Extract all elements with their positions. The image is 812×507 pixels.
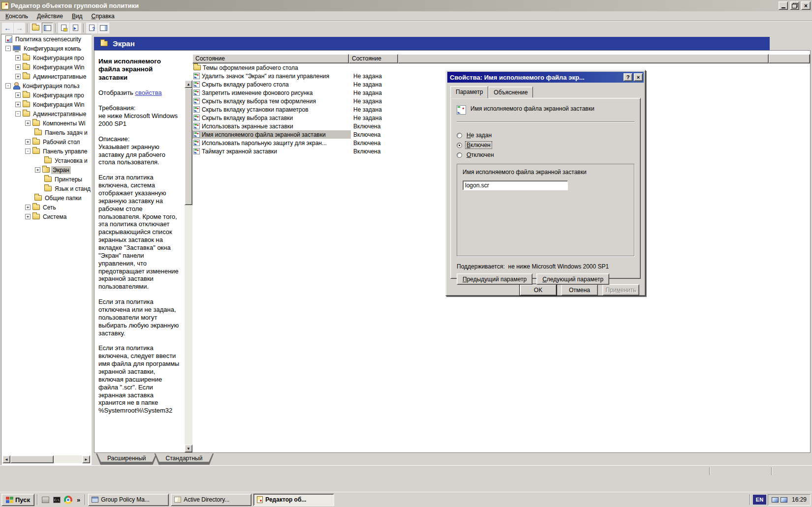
- task-button[interactable]: Group Policy Ma...: [88, 494, 169, 506]
- dialog-close-button[interactable]: ×: [634, 73, 643, 81]
- description-vertical-scrollbar[interactable]: ▲ ▼: [185, 80, 192, 452]
- chrome-shortcut[interactable]: [63, 495, 73, 505]
- tree-item[interactable]: +Рабочий стол: [1, 137, 91, 147]
- show-console-tree-icon: [44, 25, 51, 31]
- ok-button[interactable]: OK: [520, 284, 557, 296]
- folder-icon: [44, 186, 52, 191]
- task-button[interactable]: Редактор об...: [253, 494, 334, 506]
- tree-item[interactable]: +Конфигурация Win: [1, 100, 91, 109]
- view-tab-extended[interactable]: Расширенный: [96, 453, 157, 462]
- close-button[interactable]: ×: [801, 1, 811, 10]
- expand-plus-icon[interactable]: +: [35, 167, 40, 173]
- radio-button[interactable]: [457, 152, 462, 158]
- tree-item[interactable]: Язык и станд: [1, 184, 91, 193]
- network-icon[interactable]: [781, 497, 787, 503]
- up-one-level-button[interactable]: [30, 23, 41, 33]
- expand-plus-icon[interactable]: +: [25, 120, 31, 126]
- extended-view-button[interactable]: [98, 23, 109, 33]
- properties-link[interactable]: свойства: [135, 89, 161, 96]
- tree-item[interactable]: -Конфигурация компь: [1, 44, 91, 53]
- forward-button[interactable]: →: [14, 23, 25, 33]
- radio-button[interactable]: [457, 143, 462, 148]
- apply-button[interactable]: Применить: [602, 284, 639, 296]
- collapse-minus-icon[interactable]: -: [5, 46, 11, 51]
- restore-button[interactable]: [790, 1, 799, 10]
- scrollbar-track[interactable]: [185, 205, 192, 445]
- network-icon[interactable]: [772, 497, 779, 503]
- language-indicator[interactable]: EN: [753, 495, 766, 505]
- menu-item-console[interactable]: Консоль: [1, 12, 32, 21]
- collapse-minus-icon[interactable]: -: [15, 111, 21, 117]
- start-button[interactable]: Пуск: [1, 494, 34, 506]
- tree-item[interactable]: Политика screensecurity: [1, 34, 91, 44]
- view-tab-standard[interactable]: Стандартный: [155, 453, 214, 462]
- minimize-button[interactable]: [779, 1, 788, 10]
- command-prompt-shortcut[interactable]: C:\: [52, 495, 62, 505]
- console-tree-pane[interactable]: Политика screensecurity-Конфигурация ком…: [1, 34, 92, 465]
- scrollbar-thumb[interactable]: [10, 455, 54, 463]
- tree-item[interactable]: Установка и: [1, 156, 91, 165]
- previous-setting-button[interactable]: Предыдущий параметр: [457, 273, 532, 285]
- tree-item-label: Общие папки: [43, 194, 83, 202]
- cancel-button[interactable]: Отмена: [561, 284, 598, 296]
- tree-item[interactable]: Принтеры: [1, 175, 91, 184]
- column-header-empty: [769, 54, 810, 63]
- tree-item[interactable]: Панель задач и: [1, 128, 91, 137]
- tree-item[interactable]: Общие папки: [1, 193, 91, 203]
- tree-item[interactable]: +Административные: [1, 72, 91, 81]
- next-setting-button[interactable]: Следующий параметр: [536, 273, 609, 285]
- setting-label: Запретить изменение фонового рисунка: [202, 89, 313, 96]
- tree-item[interactable]: -Панель управле: [1, 147, 91, 156]
- tree-item[interactable]: -Административные: [1, 109, 91, 119]
- collapse-minus-icon[interactable]: -: [25, 149, 31, 154]
- expand-plus-icon[interactable]: +: [25, 205, 31, 210]
- expand-plus-icon[interactable]: +: [25, 139, 31, 145]
- scroll-left-icon[interactable]: ◄: [2, 455, 10, 463]
- my-computer-shortcut[interactable]: [40, 495, 51, 505]
- tree-item[interactable]: +Конфигурация про: [1, 90, 91, 100]
- collapse-minus-icon[interactable]: -: [5, 83, 11, 89]
- list-header: Состояние Состояние: [192, 54, 810, 63]
- radio-button[interactable]: [457, 133, 462, 138]
- quick-launch-overflow-chevron[interactable]: »: [75, 496, 82, 504]
- expand-plus-icon[interactable]: +: [15, 55, 21, 60]
- help-button[interactable]: [86, 23, 97, 33]
- show-console-tree-button[interactable]: [42, 23, 53, 33]
- scrollbar-track[interactable]: [54, 455, 82, 463]
- expand-plus-icon[interactable]: +: [15, 102, 21, 107]
- tree-item[interactable]: +Конфигурация про: [1, 53, 91, 62]
- tree-item[interactable]: +Сеть: [1, 203, 91, 212]
- tree-item[interactable]: +Конфигурация Win: [1, 62, 91, 72]
- task-button[interactable]: Active Directory...: [171, 494, 251, 506]
- status-bar: [0, 465, 812, 477]
- expand-plus-icon[interactable]: +: [15, 64, 21, 70]
- dialog-tab-setting[interactable]: Параметр: [450, 86, 488, 98]
- menu-item-help[interactable]: Справка: [87, 12, 119, 21]
- expand-plus-icon[interactable]: +: [15, 92, 21, 98]
- scroll-down-icon[interactable]: ▼: [185, 445, 192, 452]
- flag-quadrant: [6, 500, 9, 503]
- requirements-block: Требования: не ниже Microsoft Windows 20…: [98, 104, 181, 128]
- scroll-up-icon[interactable]: ▲: [185, 80, 192, 88]
- menu-item-view[interactable]: Вид: [67, 12, 87, 21]
- tree-horizontal-scrollbar[interactable]: ◄ ►: [2, 455, 90, 463]
- title-bar[interactable]: Редактор объектов групповой политики ×: [0, 0, 812, 11]
- properties-button[interactable]: [58, 23, 69, 33]
- tree-item[interactable]: +Компоненты Wi: [1, 119, 91, 128]
- back-button[interactable]: ←: [2, 23, 13, 33]
- dialog-tab-explanation[interactable]: Объяснение: [488, 87, 533, 98]
- column-header-state[interactable]: Состояние: [349, 54, 398, 63]
- expand-plus-icon[interactable]: +: [25, 214, 31, 219]
- scrollbar-thumb[interactable]: [185, 88, 192, 205]
- tree-item[interactable]: -Конфигурация польз: [1, 81, 91, 90]
- export-list-button[interactable]: [70, 23, 81, 33]
- column-header-setting[interactable]: Состояние: [192, 54, 349, 63]
- dialog-help-button[interactable]: ?: [624, 73, 632, 81]
- tree-item[interactable]: +Экран: [1, 165, 91, 175]
- scroll-right-icon[interactable]: ►: [82, 455, 90, 463]
- screensaver-filename-input[interactable]: [463, 180, 568, 190]
- expand-plus-icon[interactable]: +: [15, 74, 21, 79]
- dialog-title-bar[interactable]: Свойства: Имя исполняемого файла экр... …: [447, 72, 644, 83]
- tree-item[interactable]: +Система: [1, 212, 91, 221]
- menu-item-action[interactable]: Действие: [32, 12, 67, 21]
